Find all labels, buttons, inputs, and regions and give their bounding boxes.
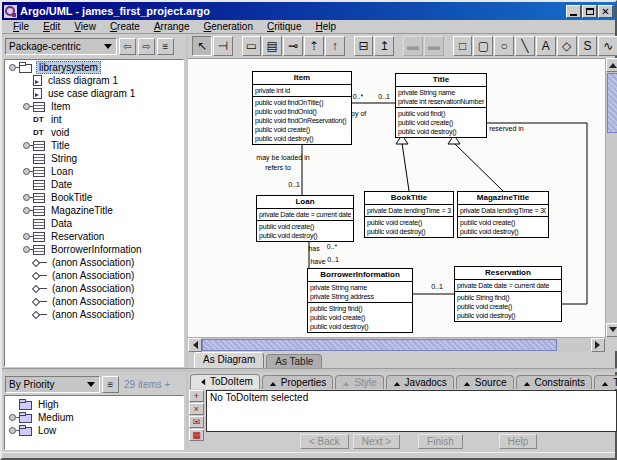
uml-attribute[interactable]: private int id — [255, 86, 349, 95]
uml-operation[interactable]: public void findOnReservation() — [255, 116, 349, 125]
edge-label[interactable]: may be loaded in — [256, 154, 309, 162]
menu-critique[interactable]: Critique — [260, 21, 308, 32]
uml-operation[interactable]: public void destroy() — [310, 322, 410, 331]
uml-operation[interactable]: public void create() — [367, 218, 451, 227]
explorer-tree[interactable]: librarysystemclass diagram 1use case dia… — [4, 59, 184, 367]
tab-constraints[interactable]: Constraints — [516, 375, 593, 389]
menu-view[interactable]: View — [67, 21, 103, 32]
uml-attribute[interactable]: private Date date = current date — [259, 210, 351, 219]
tree-item-anon-association[interactable]: (anon Association) — [5, 308, 183, 321]
uml-operation[interactable]: public void create() — [460, 218, 546, 227]
tab-todoitem[interactable]: ToDoItem — [190, 374, 260, 389]
uml-attribute[interactable]: private int reservationNumber — [398, 97, 484, 106]
edge-label[interactable]: 0..* — [353, 93, 364, 100]
perspective-config-button[interactable]: ≡ — [157, 38, 174, 55]
uml-class-title[interactable]: Titleprivate String nameprivate int rese… — [395, 73, 487, 138]
scroll-up-icon[interactable] — [606, 58, 617, 72]
expand-handle-icon[interactable] — [9, 427, 16, 434]
flatten-button[interactable]: ≡ — [102, 376, 119, 393]
text-tool-icon[interactable]: A — [536, 36, 556, 56]
uml-attribute[interactable]: private Date lendingTime = 30 — [367, 206, 451, 215]
tab-properties[interactable]: Properties — [262, 375, 334, 389]
tree-item-anon-association[interactable]: (anon Association) — [5, 256, 183, 269]
tree-item-class-diagram-1[interactable]: class diagram 1 — [5, 74, 183, 87]
uml-operation[interactable]: public void destroy() — [367, 227, 451, 236]
tab-source[interactable]: Source — [456, 375, 514, 389]
diagram-hscrollbar[interactable] — [188, 337, 605, 351]
uml-attribute[interactable]: private String address — [310, 292, 410, 301]
uml-attribute[interactable]: private String name — [398, 88, 484, 97]
tree-item-magazinetitle[interactable]: MagazineTitle — [5, 204, 183, 217]
class-tool-icon[interactable]: ▤ — [262, 36, 282, 56]
edge-label[interactable]: 0..1 — [327, 256, 339, 263]
uml-operation[interactable]: public String find() — [457, 293, 559, 302]
uml-attribute[interactable]: private Date date = current date — [457, 281, 559, 290]
uml-class-loan[interactable]: Loanprivate Date date = current datepubl… — [256, 195, 354, 242]
spline-tool-icon[interactable]: S — [578, 36, 598, 56]
minimize-button[interactable] — [566, 5, 581, 18]
todo-tree[interactable]: HighMediumLow — [4, 395, 184, 450]
tree-item-medium[interactable]: Medium — [5, 411, 183, 424]
tree-item-booktitle[interactable]: BookTitle — [5, 191, 183, 204]
menu-file[interactable]: File — [6, 21, 36, 32]
tree-item-item[interactable]: Item — [5, 100, 183, 113]
attribute-tool-icon[interactable]: ⊟ — [354, 36, 374, 56]
expand-handle-icon[interactable] — [23, 168, 30, 175]
tree-item-anon-association[interactable]: (anon Association) — [5, 282, 183, 295]
hscroll-thumb[interactable] — [202, 339, 557, 351]
uml-operation[interactable]: public void destroy() — [460, 227, 546, 236]
uml-operation[interactable]: public void findOnTitle() — [255, 98, 349, 107]
menu-edit[interactable]: Edit — [36, 21, 67, 32]
tree-item-anon-association[interactable]: (anon Association) — [5, 295, 183, 308]
uml-operation[interactable]: public void destroy() — [398, 127, 484, 136]
tree-item-reservation[interactable]: Reservation — [5, 230, 183, 243]
nav-perspective-combo[interactable]: Package-centric — [5, 38, 117, 55]
tree-item-string[interactable]: String — [5, 152, 183, 165]
diagram-tab-as-diagram[interactable]: As Diagram — [194, 352, 264, 368]
tree-item-date[interactable]: Date — [5, 178, 183, 191]
tab-taggedvalues[interactable]: TaggedValues — [594, 375, 617, 389]
rounded-rect-tool-icon[interactable]: ▢ — [473, 36, 493, 56]
rectangle-tool-icon[interactable]: □ — [453, 36, 473, 56]
tree-item-librarysystem[interactable]: librarysystem — [5, 61, 183, 74]
expand-handle-icon[interactable] — [23, 142, 30, 149]
uml-operation[interactable]: public void find() — [398, 109, 484, 118]
uml-operation[interactable]: public void create() — [310, 313, 410, 322]
edge-label[interactable]: 0..* — [327, 243, 338, 250]
close-button[interactable]: ✕ — [598, 5, 613, 18]
menu-generation[interactable]: Generation — [196, 21, 259, 32]
uml-operation[interactable]: public void create() — [457, 302, 559, 311]
title-bar[interactable]: Argo/UML - james_first_project.argo ✕ — [2, 2, 615, 20]
new-todo-button[interactable]: + — [189, 390, 204, 402]
uml-operation[interactable]: public void create() — [255, 125, 349, 134]
perspective-back-button[interactable]: ⇦ — [119, 38, 136, 55]
tree-item-borrowerinformation[interactable]: BorrowerInformation — [5, 243, 183, 256]
operation-tool-icon[interactable]: ↥ — [374, 36, 394, 56]
expand-handle-icon[interactable] — [9, 414, 16, 421]
vscroll-thumb[interactable] — [607, 73, 617, 133]
tree-item-low[interactable]: Low — [5, 424, 183, 437]
uml-class-reservation[interactable]: Reservationprivate Date date = current d… — [454, 266, 562, 322]
edge-label[interactable]: 0..1 — [288, 181, 300, 188]
tab-javadocs[interactable]: Javadocs — [386, 375, 454, 389]
uml-class-borrowerinformation[interactable]: BorrowerInformationprivate String namepr… — [307, 268, 413, 333]
diagram-vscrollbar[interactable] — [605, 58, 617, 337]
uml-class-item[interactable]: Itemprivate int idpublic void findOnTitl… — [252, 71, 352, 145]
uml-operation[interactable]: public void destroy() — [259, 231, 351, 240]
broom-tool-icon[interactable]: ⊣ — [213, 36, 233, 56]
email-expert-button[interactable]: ✉ — [189, 416, 204, 428]
edge-label[interactable]: refers to — [265, 164, 291, 171]
perspective-forward-button[interactable]: ⇨ — [138, 38, 155, 55]
uml-attribute[interactable]: private Data lendingTime = 30 — [460, 206, 546, 215]
generalization-tool-icon[interactable]: ↑ — [325, 36, 345, 56]
tree-item-data[interactable]: Data — [5, 217, 183, 230]
tree-item-use-case-diagram-1[interactable]: use case diagram 1 — [5, 87, 183, 100]
horizontal-splitter[interactable] — [2, 368, 617, 372]
expand-handle-icon[interactable] — [23, 207, 30, 214]
scroll-left-icon[interactable] — [188, 338, 202, 352]
uml-operation[interactable]: public void destroy() — [457, 311, 559, 320]
magazinetitle-title-generalization[interactable] — [454, 143, 503, 191]
uml-operation[interactable]: public void create() — [398, 118, 484, 127]
maximize-button[interactable] — [582, 5, 597, 18]
tree-item-void[interactable]: DTvoid — [5, 126, 183, 139]
